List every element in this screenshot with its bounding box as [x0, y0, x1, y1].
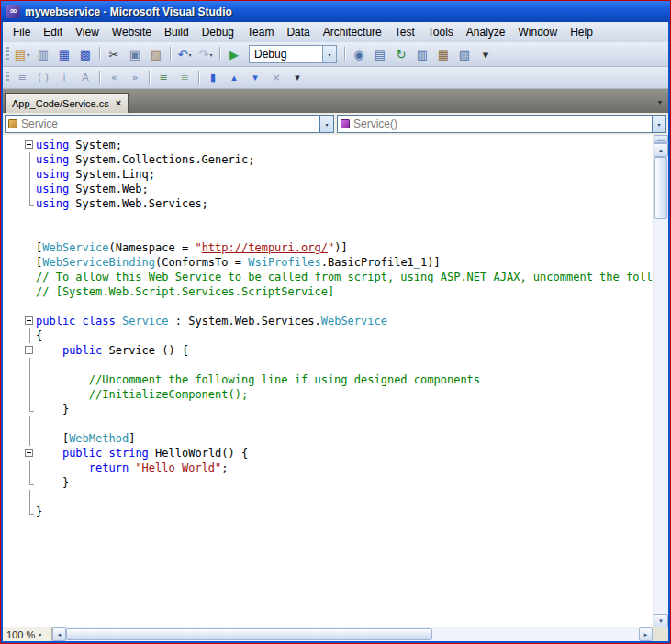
dropdown-arrow-icon[interactable]: ▾ — [27, 51, 29, 58]
selection-margin — [3, 431, 23, 446]
tab-app-code-service-cs[interactable]: App_Code/Service.cs × — [5, 93, 129, 113]
undo-button[interactable]: ↶▾ — [174, 45, 195, 63]
dropdown-arrow-icon[interactable]: ▾ — [209, 51, 212, 58]
decrease-indent-button[interactable]: « — [104, 69, 124, 87]
selection-margin — [3, 387, 23, 402]
vertical-scroll-track[interactable] — [654, 157, 668, 614]
code-token: WsiProfiles — [248, 256, 320, 269]
vertical-scrollbar[interactable]: ▲ ▼ — [653, 135, 668, 627]
code-line — [3, 416, 653, 431]
types-dropdown[interactable]: Service ▾ — [5, 115, 334, 133]
increase-indent-button[interactable]: » — [125, 69, 145, 87]
code-token: : System.Web.Services. — [169, 315, 321, 328]
menu-item-data[interactable]: Data — [280, 23, 316, 41]
title-bar[interactable]: ∞ mywebservice - Microsoft Visual Studio — [1, 1, 670, 22]
paste-button[interactable]: ▨ — [146, 45, 166, 63]
menu-item-build[interactable]: Build — [158, 23, 196, 41]
scroll-left-button[interactable]: ◄ — [52, 627, 66, 641]
menu-item-help[interactable]: Help — [564, 23, 599, 41]
document-list-dropdown-icon[interactable]: ▾ — [658, 98, 662, 106]
comment-out-button[interactable]: ≡ — [153, 69, 173, 87]
code-line: } — [3, 402, 653, 416]
menu-item-tools[interactable]: Tools — [421, 23, 460, 41]
code-token: WebServiceBinding — [42, 256, 155, 269]
quick-info-button[interactable]: i — [54, 69, 74, 87]
object-browser-button[interactable]: ▧ — [454, 45, 475, 63]
toggle-bookmark-button[interactable]: ▮ — [203, 69, 223, 87]
display-member-list-button[interactable]: ≡ — [12, 69, 32, 87]
menu-item-test[interactable]: Test — [388, 23, 421, 41]
chevron-down-icon[interactable]: ▾ — [322, 46, 336, 62]
new-website-button[interactable]: ▤▾ — [12, 45, 32, 63]
selection-margin — [3, 284, 23, 299]
code-token: class — [83, 315, 116, 328]
toolbar-options-button[interactable]: ▾ — [475, 45, 496, 63]
code-line: using System.Collections.Generic; — [3, 152, 653, 167]
chevron-down-icon[interactable]: ▾ — [319, 116, 333, 132]
code-line: { — [3, 328, 653, 343]
menu-item-analyze[interactable]: Analyze — [460, 23, 512, 41]
menu-item-edit[interactable]: Edit — [37, 23, 69, 41]
code-text: } — [36, 505, 653, 519]
word-completion-button[interactable]: A — [75, 69, 95, 87]
save-button[interactable]: ▦ — [54, 45, 74, 63]
add-new-item-button[interactable]: ▥ — [33, 45, 53, 63]
solution-explorer-button[interactable]: ▤ — [370, 45, 390, 63]
properties-window-button[interactable]: ▥ — [412, 45, 432, 63]
toolbox-icon: ▦ — [438, 49, 449, 61]
redo-button[interactable]: ↷▾ — [196, 45, 216, 63]
outline-collapse-button[interactable] — [23, 314, 36, 328]
start-debugging-button[interactable]: ▶ — [224, 45, 244, 63]
menu-item-window[interactable]: Window — [512, 23, 565, 41]
outline-collapse-button[interactable] — [23, 138, 36, 152]
scroll-up-button[interactable]: ▲ — [654, 143, 668, 157]
outline-collapse-button[interactable] — [23, 343, 36, 358]
horizontal-scroll-thumb[interactable] — [66, 628, 432, 640]
undo-icon: ↶ — [178, 49, 188, 61]
next-bookmark-button[interactable]: ▾ — [245, 69, 265, 87]
scroll-right-button[interactable]: ► — [639, 627, 653, 641]
toolbar-options-button[interactable]: ▾ — [287, 69, 308, 87]
dropdown-arrow-icon[interactable]: ▾ — [188, 51, 191, 58]
uncomment-button[interactable]: ≡ — [174, 69, 195, 87]
zoom-control[interactable]: 100 % ▾ — [3, 627, 52, 641]
save-all-button[interactable]: ▩ — [75, 45, 95, 63]
code-token: )] — [334, 241, 347, 254]
members-dropdown-value: Service() — [350, 117, 652, 130]
menu-item-file[interactable]: File — [6, 23, 37, 41]
menu-item-view[interactable]: View — [69, 23, 106, 41]
editor-splitter-handle[interactable] — [654, 135, 668, 143]
scroll-down-button[interactable]: ▼ — [654, 614, 668, 627]
new-website-icon: ▤ — [15, 49, 26, 61]
code-token: return — [89, 461, 129, 474]
code-lines[interactable]: using System;using System.Collections.Ge… — [3, 135, 653, 627]
code-token: //Uncomment the following line if using … — [36, 373, 480, 386]
outline-collapse-button[interactable] — [23, 446, 36, 461]
menu-item-architecture[interactable]: Architecture — [317, 23, 388, 41]
horizontal-scroll-track[interactable] — [66, 627, 639, 641]
tab-close-button[interactable]: × — [116, 98, 121, 108]
cut-button[interactable]: ✂ — [104, 45, 124, 63]
debug-target-combobox[interactable]: Debug▾ — [249, 45, 337, 63]
team-explorer-button[interactable]: ↻ — [391, 45, 411, 63]
chevron-down-icon[interactable]: ▾ — [652, 116, 665, 132]
code-token — [75, 315, 82, 328]
previous-bookmark-button[interactable]: ▴ — [224, 69, 244, 87]
members-dropdown[interactable]: Service() ▾ — [337, 115, 666, 133]
window-frame: FileEditViewWebsiteBuildDebugTeamDataArc… — [1, 22, 670, 643]
code-line: //InitializeComponent(); — [3, 387, 653, 402]
vertical-scroll-thumb[interactable] — [654, 157, 667, 219]
find-in-files-button[interactable]: ◉ — [349, 45, 369, 63]
parameter-info-button[interactable]: ( ) — [33, 69, 53, 87]
collapse-minus-icon — [25, 346, 33, 354]
menu-item-website[interactable]: Website — [106, 23, 158, 41]
code-editor[interactable]: using System;using System.Collections.Ge… — [3, 135, 668, 627]
code-text: using System; — [36, 138, 653, 152]
menu-item-team[interactable]: Team — [240, 23, 280, 41]
clear-bookmarks-button[interactable]: × — [266, 69, 286, 87]
code-line: [WebServiceBinding(ConformsTo = WsiProfi… — [3, 255, 653, 270]
outline-margin — [23, 505, 36, 519]
copy-button[interactable]: ▣ — [125, 45, 145, 63]
menu-item-debug[interactable]: Debug — [196, 23, 240, 41]
toolbox-button[interactable]: ▦ — [433, 45, 453, 63]
